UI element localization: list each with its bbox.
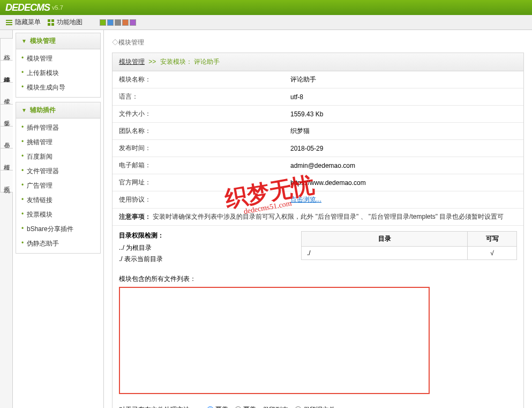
theme-swatch[interactable] — [100, 19, 106, 26]
toolbar: 隐藏菜单 功能地图 — [0, 15, 532, 30]
sidebar-item[interactable]: 挑错管理 — [16, 135, 100, 150]
info-label: 使用协议： — [113, 191, 284, 209]
writable-cell: √ — [468, 247, 517, 260]
info-label: 发布时间： — [113, 140, 284, 157]
sidebar-item[interactable]: 投票模块 — [16, 207, 100, 222]
info-value: 1559.43 Kb — [284, 106, 523, 123]
exist-file-row: 对于已存在文件处理方法： 覆盖覆盖，保留副本保留旧文件 — [113, 400, 523, 408]
chevron-down-icon: ▼ — [21, 38, 27, 44]
left-tab[interactable]: 会员 — [0, 126, 13, 149]
file-list-textarea[interactable] — [119, 287, 430, 394]
exist-label: 对于已存在文件处理方法： — [119, 405, 196, 408]
app-header: DEDECMS v5.7 — [0, 0, 532, 15]
info-label: 文件大小： — [113, 106, 284, 123]
hide-menu-button[interactable]: 隐藏菜单 — [5, 18, 41, 27]
logo: DEDECMS — [5, 2, 50, 13]
svg-rect-1 — [6, 22, 12, 23]
menu-icon — [5, 19, 13, 26]
dir-check-section: 目录权限检测： ../ 为根目录 ./ 表示当前目录 目录可写./√ — [113, 226, 523, 270]
left-tab[interactable]: 系统 — [0, 170, 13, 192]
sidebar-item[interactable]: 模块生成向导 — [16, 80, 100, 95]
theme-swatches — [100, 19, 136, 26]
file-list-section: 模块包含的所有文件列表： — [113, 270, 523, 400]
info-label: 电子邮箱： — [113, 157, 284, 174]
grid-icon — [47, 19, 55, 26]
left-tab[interactable]: 生成 — [0, 82, 13, 105]
file-list-label: 模块包含的所有文件列表： — [119, 275, 517, 284]
svg-rect-0 — [6, 20, 12, 21]
info-value: 评论助手 — [284, 71, 523, 88]
info-value: admin@dedemao.com — [284, 157, 523, 174]
theme-swatch[interactable] — [130, 19, 136, 26]
dir-cell: ./ — [302, 247, 468, 260]
info-label: 模块名称： — [113, 71, 284, 88]
info-label: 团队名称： — [113, 123, 284, 140]
svg-rect-3 — [48, 19, 50, 22]
page-title: ◇模块管理 — [112, 35, 524, 53]
svg-rect-5 — [48, 23, 50, 26]
sidebar-item[interactable]: 模块管理 — [16, 51, 100, 66]
sidebar-item[interactable]: 伪静态助手 — [16, 236, 100, 251]
info-label: 语言： — [113, 88, 284, 106]
info-label: 官方网址： — [113, 174, 284, 191]
sidebar-item[interactable]: 文件管理器 — [16, 164, 100, 179]
dir-table-header: 可写 — [468, 232, 517, 247]
sidebar-item[interactable]: 百度新闻 — [16, 150, 100, 164]
info-value: utf-8 — [284, 88, 523, 106]
sidebar-section-header[interactable]: ▼辅助插件 — [16, 102, 100, 118]
dir-table-header: 目录 — [302, 232, 468, 247]
sitemap-label: 功能地图 — [57, 18, 83, 27]
theme-swatch[interactable] — [122, 19, 129, 26]
chevron-down-icon: ▼ — [21, 107, 27, 113]
sidebar-item[interactable]: 友情链接 — [16, 193, 100, 207]
info-value: https://www.dedemao.com — [284, 174, 523, 191]
exist-radio-option[interactable]: 保留旧文件 — [295, 405, 335, 408]
sidebar-item[interactable]: 插件管理器 — [16, 121, 100, 135]
content-area: ◇模块管理 模块管理 >> 安装模块： 评论助手 模块名称：评论助手语言：utf… — [104, 30, 532, 408]
sidebar-item[interactable]: bShare分享插件 — [16, 222, 100, 236]
theme-swatch[interactable] — [107, 19, 114, 26]
sidebar-section-header[interactable]: ▼模块管理 — [16, 33, 100, 49]
sidebar-item[interactable]: 上传新模块 — [16, 66, 100, 80]
content-panel: 模块管理 >> 安装模块： 评论助手 模块名称：评论助手语言：utf-8文件大小… — [112, 53, 524, 408]
exist-radio-group: 覆盖覆盖，保留副本保留旧文件 — [207, 405, 335, 408]
dir-check-line: ../ 为根目录 — [119, 242, 280, 254]
left-tab[interactable]: 采集 — [0, 104, 13, 127]
dir-table: 目录可写./√ — [301, 231, 517, 260]
svg-rect-4 — [51, 19, 54, 22]
hide-menu-label: 隐藏菜单 — [15, 18, 41, 27]
agreement-link[interactable]: 点击浏览... — [290, 196, 321, 203]
info-value: 织梦猫 — [284, 123, 523, 140]
exist-radio-option[interactable]: 覆盖 — [207, 405, 228, 408]
dir-check-line: ./ 表示当前目录 — [119, 254, 280, 265]
sidebar-item[interactable]: 广告管理 — [16, 179, 100, 193]
left-tab[interactable]: 模块 — [0, 60, 13, 83]
svg-rect-2 — [6, 24, 12, 25]
info-table: 模块名称：评论助手语言：utf-8文件大小：1559.43 Kb团队名称：织梦猫… — [113, 71, 523, 226]
info-value: 2018-05-29 — [284, 140, 523, 157]
left-tab[interactable]: 模板 — [0, 148, 13, 170]
dir-check-title: 目录权限检测： — [119, 231, 280, 240]
notice-text: 注意事项： 安装时请确保文件列表中涉及的目录前可写入权限，此外 "后台管理目录"… — [113, 209, 523, 226]
exist-radio-option[interactable]: 覆盖，保留副本 — [235, 405, 288, 408]
theme-swatch[interactable] — [115, 19, 121, 26]
version-label: v5.7 — [52, 4, 63, 11]
breadcrumb-root-link[interactable]: 模块管理 — [119, 58, 145, 65]
breadcrumb: 模块管理 >> 安装模块： 评论助手 — [113, 53, 523, 71]
left-tab-strip: 核心模块生成采集会员模板系统 — [0, 30, 13, 408]
sitemap-button[interactable]: 功能地图 — [47, 18, 83, 27]
svg-rect-6 — [51, 23, 54, 26]
left-tab[interactable]: 核心 — [0, 38, 13, 61]
sidebar: ▼模块管理模块管理上传新模块模块生成向导▼辅助插件插件管理器挑错管理百度新闻文件… — [13, 30, 104, 408]
